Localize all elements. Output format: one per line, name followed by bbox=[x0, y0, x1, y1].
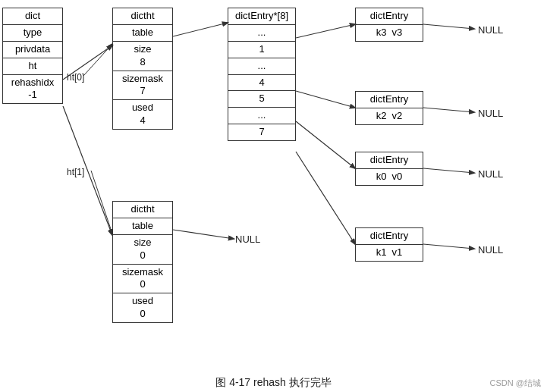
svg-line-6 bbox=[296, 24, 355, 38]
entry-k3v3-kv: k3 v3 bbox=[356, 25, 423, 41]
array-cell-6: ... bbox=[228, 108, 295, 124]
ht0-label: ht[0] bbox=[67, 72, 84, 83]
entry-k2v2-title: dictEntry bbox=[356, 92, 423, 108]
array-cell-7: 7 bbox=[228, 124, 295, 140]
dictht0-cell-used: used4 bbox=[113, 100, 172, 129]
entry-k3v3-box: dictEntry k3 v3 bbox=[355, 8, 423, 42]
ht1-label: ht[1] bbox=[67, 167, 84, 177]
dictht1-cell-used: used0 bbox=[113, 293, 172, 322]
dictht1-box: dictht table size0 sizemask0 used0 bbox=[112, 201, 173, 323]
dictht0-cell-size: size8 bbox=[113, 42, 172, 71]
dict-cell-rehashidx: rehashidx-1 bbox=[3, 75, 62, 104]
watermark: CSDN @结城 bbox=[490, 378, 541, 389]
entry-k0v0-kv: k0 v0 bbox=[356, 169, 423, 185]
svg-line-9 bbox=[296, 152, 355, 244]
dictht1-cell-size: size0 bbox=[113, 235, 172, 265]
null-ht1-table: NULL bbox=[235, 234, 260, 245]
svg-line-12 bbox=[423, 168, 474, 173]
svg-line-10 bbox=[423, 24, 474, 29]
entry-k1v1-title: dictEntry bbox=[356, 228, 423, 245]
entry-k1v1-kv: k1 v1 bbox=[356, 245, 423, 261]
null-k1v1: NULL bbox=[478, 244, 503, 256]
dict-cell-ht: ht bbox=[3, 58, 62, 75]
entry-k3v3-title: dictEntry bbox=[356, 8, 423, 25]
entry-k2v2-kv: k2 v2 bbox=[356, 108, 423, 124]
dict-cell-dict: dict bbox=[3, 8, 62, 25]
entry-k0v0-title: dictEntry bbox=[356, 152, 423, 169]
svg-line-11 bbox=[423, 108, 474, 112]
array-cell-5: 5 bbox=[228, 91, 295, 108]
dictht1-cell-title: dictht bbox=[113, 202, 172, 218]
dictht0-cell-title: dictht bbox=[113, 8, 172, 25]
dictht0-cell-table: table bbox=[113, 25, 172, 42]
array-cell-1: 1 bbox=[228, 42, 295, 58]
svg-line-8 bbox=[296, 121, 355, 168]
dictht1-cell-sizemask: sizemask0 bbox=[113, 265, 172, 294]
dict-cell-type: type bbox=[3, 25, 62, 42]
svg-line-13 bbox=[423, 244, 474, 249]
dictht1-cell-table: table bbox=[113, 218, 172, 235]
array-cell-0: ... bbox=[228, 25, 295, 42]
diagram-caption: 图 4-17 rehash 执行完毕 bbox=[0, 372, 547, 392]
dict-cell-privdata: privdata bbox=[3, 42, 62, 58]
svg-line-5 bbox=[173, 230, 234, 239]
dict-box: dict type privdata ht rehashidx-1 bbox=[2, 8, 63, 104]
dictht0-cell-sizemask: sizemask7 bbox=[113, 71, 172, 101]
svg-line-3 bbox=[91, 171, 112, 234]
dictht0-box: dictht table size8 sizemask7 used4 bbox=[112, 8, 173, 130]
svg-line-7 bbox=[296, 91, 355, 108]
null-k2v2: NULL bbox=[478, 108, 503, 119]
null-k0v0: NULL bbox=[478, 168, 503, 180]
svg-line-4 bbox=[173, 23, 228, 36]
entry-k0v0-box: dictEntry k0 v0 bbox=[355, 152, 423, 186]
array-box: dictEntry*[8] ... 1 ... 4 5 ... 7 bbox=[228, 8, 296, 141]
array-cell-4: 4 bbox=[228, 75, 295, 92]
entry-k2v2-box: dictEntry k2 v2 bbox=[355, 91, 423, 125]
null-k3v3: NULL bbox=[478, 24, 503, 36]
array-title: dictEntry*[8] bbox=[228, 8, 295, 25]
entry-k1v1-box: dictEntry k1 v1 bbox=[355, 227, 423, 262]
svg-line-2 bbox=[83, 44, 112, 76]
array-cell-2: ... bbox=[228, 58, 295, 75]
